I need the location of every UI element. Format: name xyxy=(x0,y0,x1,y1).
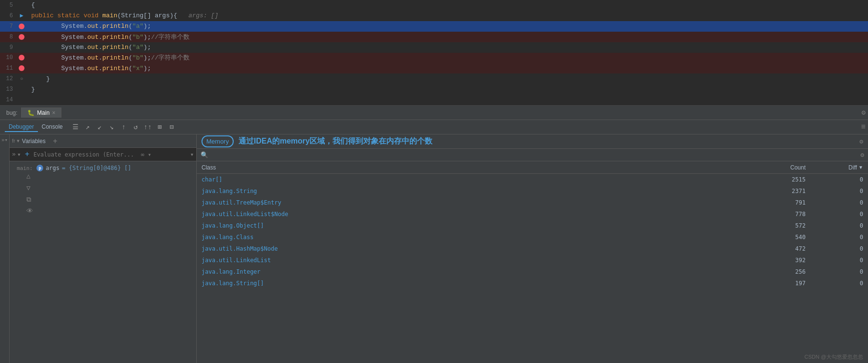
code-content: } xyxy=(26,75,868,83)
expand-icon: ▾ xyxy=(17,151,21,158)
step-icon: ○ xyxy=(17,76,26,82)
table-row[interactable]: java.lang.String 2371 0 xyxy=(197,185,868,197)
var-btn-up[interactable]: + xyxy=(50,136,60,146)
var-value: = {String[0]@486} [] xyxy=(62,165,131,171)
settings-gear-icon[interactable]: ⚙ xyxy=(862,109,866,117)
line-number: 13 xyxy=(0,86,17,93)
col-class-header: Class xyxy=(202,164,734,171)
tab-switcher: Debugger Console xyxy=(2,122,69,132)
table-row[interactable]: java.util.TreeMap$Entry 791 0 xyxy=(197,197,868,208)
line-number: 14 xyxy=(0,97,17,103)
var-action-down[interactable]: ▽ xyxy=(26,184,33,192)
line-number: 12 xyxy=(0,75,17,82)
memory-table: char[] 2515 0 java.lang.String 2371 0 ja… xyxy=(197,174,868,363)
code-line-10: 10 System.out.println("b");//字符串个数 xyxy=(0,53,868,63)
tab-console[interactable]: Console xyxy=(38,122,67,132)
code-line-13: 13 } xyxy=(0,84,868,95)
main-tab[interactable]: 🐛 Main × xyxy=(21,108,61,118)
tab-close-icon[interactable]: × xyxy=(52,109,55,116)
table-row[interactable]: java.util.LinkedList$Node 778 0 xyxy=(197,208,868,220)
add-watch-btn[interactable]: + xyxy=(23,150,32,159)
debug-toolbar: Debugger Console ☰ ↗ ↙ ↘ ↑ ↺ ↑↑ ⊞ ⊟ ≡ xyxy=(0,120,868,134)
frames-label: fr ▾ xyxy=(12,138,20,144)
code-line-6: 6 ▶ public static void main(String[] arg… xyxy=(0,11,868,21)
toolbar-btn-columns[interactable]: ⊟ xyxy=(166,122,177,133)
breakpoint-icon xyxy=(17,65,26,71)
var-name: args xyxy=(46,165,59,171)
code-line-12: 12 ○ } xyxy=(0,73,868,84)
toolbar-btn-step-out[interactable]: ↘ xyxy=(107,122,117,133)
code-content: System.out.println("b");//字符串个数 xyxy=(26,33,868,41)
frame-label: main: xyxy=(17,165,33,171)
var-action-watch[interactable]: 👁 xyxy=(26,207,33,215)
breakpoint-icon xyxy=(17,34,26,40)
tab-debugger[interactable]: Debugger xyxy=(5,122,38,132)
debug-content: »▾ fr ▾ Variables + » ▾ + ▾ main: p xyxy=(0,134,868,363)
memory-settings-icon[interactable]: ⚙ xyxy=(859,138,863,145)
variables-header: fr ▾ Variables + xyxy=(10,134,196,148)
variables-panel: fr ▾ Variables + » ▾ + ▾ main: p args = … xyxy=(10,134,197,363)
search-settings-icon[interactable]: ⚙ xyxy=(860,151,864,159)
line-number: 6 xyxy=(0,12,17,19)
var-action-btns: △ ▽ ⧉ 👁 xyxy=(26,172,33,215)
table-header: Class Count Diff ▼ xyxy=(197,161,868,174)
eval-bar: » ▾ + ▾ xyxy=(10,148,196,161)
code-line-9: 9 System.out.println("a"); xyxy=(0,42,868,53)
line-number: 11 xyxy=(0,65,17,72)
table-row[interactable]: java.lang.Object[] 572 0 xyxy=(197,220,868,231)
var-action-copy[interactable]: ⧉ xyxy=(26,196,33,204)
code-line-14: 14 xyxy=(0,95,868,105)
dropdown-icon[interactable]: ▾ xyxy=(190,151,194,158)
line-number: 7 xyxy=(0,23,17,30)
code-content: System.out.println("a"); xyxy=(26,44,868,51)
variable-row: main: p args = {String[0]@486} [] xyxy=(10,163,196,173)
code-line-8: 8 System.out.println("b");//字符串个数 xyxy=(0,32,868,42)
memory-annotation: 通过IDEA的memory区域，我们得到对象在内存中的个数 xyxy=(238,136,432,146)
var-controls: + xyxy=(50,136,60,146)
table-row[interactable]: char[] 2515 0 xyxy=(197,174,868,185)
table-row[interactable]: java.lang.Integer 256 0 xyxy=(197,266,868,278)
line-number: 10 xyxy=(0,54,17,61)
variables-label: Variables xyxy=(22,138,46,145)
memory-panel: Memory 通过IDEA的memory区域，我们得到对象在内存中的个数 ⚙ 🔍… xyxy=(197,134,868,363)
breakpoint-icon xyxy=(17,24,26,29)
toolbar-btn-run-cursor[interactable]: ↑ xyxy=(119,122,129,133)
code-line-7: 7 System.out.println("a"); xyxy=(0,21,868,32)
side-btn-frames[interactable]: »▾ xyxy=(1,137,8,143)
diff-sort-icon[interactable]: ▼ xyxy=(858,165,863,170)
var-action-up[interactable]: △ xyxy=(26,172,33,180)
run-arrow-icon: ▶ xyxy=(17,12,26,19)
memory-tab[interactable]: Memory xyxy=(202,135,234,147)
eval-input[interactable] xyxy=(34,151,189,158)
toolbar-btn-eval[interactable]: ↺ xyxy=(131,122,141,133)
code-content: System.out.println("a"); xyxy=(26,23,868,30)
search-icon: 🔍 xyxy=(201,151,208,159)
line-number: 5 xyxy=(0,2,17,9)
double-arrow-icon: » xyxy=(12,151,16,158)
toolbar-btn-step-over[interactable]: ↗ xyxy=(83,122,93,133)
code-content: public static void main(String[] args){ … xyxy=(26,12,868,19)
line-number: 9 xyxy=(0,44,17,51)
breakpoint-icon xyxy=(17,55,26,60)
code-line-5: 5 { xyxy=(0,0,868,11)
toolbar-btn-step-into[interactable]: ↙ xyxy=(95,122,105,133)
toolbar-btn-up[interactable]: ↑↑ xyxy=(143,122,153,133)
search-input[interactable] xyxy=(211,152,858,158)
code-editor: 5 { 6 ▶ public static void main(String[]… xyxy=(0,0,868,106)
code-content: { xyxy=(26,1,868,9)
toolbar-btn-table[interactable]: ⊞ xyxy=(155,122,165,133)
table-row[interactable]: java.lang.String[] 197 0 xyxy=(197,278,868,289)
col-diff-header: Diff ▼ xyxy=(806,164,863,171)
more-icon[interactable]: ≡ xyxy=(861,123,866,132)
col-count-header: Count xyxy=(734,164,806,171)
tab-icon: 🐛 xyxy=(27,109,35,116)
code-content: System.out.println("b");//字符串个数 xyxy=(26,53,868,62)
vars-content: main: p args = {String[0]@486} [] xyxy=(10,161,196,363)
table-row[interactable]: java.util.HashMap$Node 472 0 xyxy=(197,243,868,254)
watermark: CSDN @大勾悠爱忽忽忽 xyxy=(805,353,863,361)
table-row[interactable]: java.util.LinkedList 392 0 xyxy=(197,254,868,266)
table-row[interactable]: java.lang.Class 540 0 xyxy=(197,231,868,243)
side-buttons: »▾ xyxy=(0,134,10,363)
toolbar-btn-list[interactable]: ☰ xyxy=(71,122,81,133)
tab-name: Main xyxy=(37,109,49,116)
